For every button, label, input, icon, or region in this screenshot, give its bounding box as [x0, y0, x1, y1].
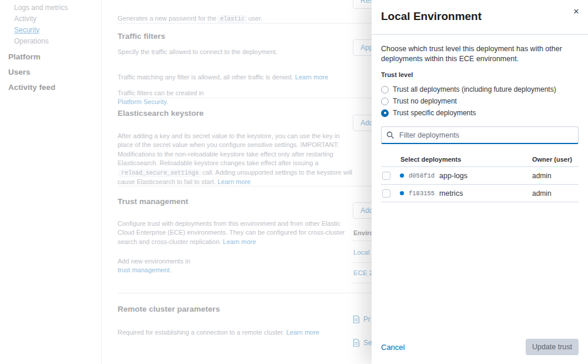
deployment-name: metrics	[439, 189, 463, 198]
radio-label: Trust no deployment	[393, 97, 457, 105]
trust-level-label: Trust level	[381, 71, 579, 78]
radio-label: Trust specific deployments	[393, 109, 476, 117]
deployment-name: app-logs	[439, 172, 467, 180]
checkbox[interactable]	[382, 189, 390, 198]
radio-unselected-icon	[381, 98, 389, 105]
radio-trust-specific-deployments[interactable]: Trust specific deployments	[381, 107, 579, 119]
deployment-id: d058f1d	[409, 172, 435, 179]
deployment-row-metrics: f183155 metrics admin	[381, 185, 579, 202]
flyout-header: Local Environment	[372, 0, 588, 34]
close-icon[interactable]: ✕	[569, 5, 583, 19]
deployment-security-page: Logs and metrics Activity Security Opera…	[0, 0, 588, 364]
checkbox[interactable]	[382, 172, 390, 180]
cancel-button[interactable]: Cancel	[381, 343, 405, 352]
health-dot-icon	[400, 173, 404, 178]
flyout-title: Local Environment	[381, 10, 579, 23]
deployment-row-app-logs: d058f1d app-logs admin	[381, 167, 579, 185]
column-owner: Owner (user)	[532, 156, 579, 163]
flyout-footer: Cancel Update trust	[372, 331, 588, 364]
column-select-deployments: Select deployments	[400, 156, 461, 163]
deployment-owner: admin	[532, 172, 579, 180]
deployments-table-header: Select deployments Owner (user)	[381, 152, 579, 167]
radio-trust-all-deployments[interactable]: Trust all deployments (including future …	[381, 84, 579, 95]
deployments-table: Select deployments Owner (user) d058f1d …	[381, 152, 579, 202]
filter-deployments-field	[381, 126, 579, 144]
flyout-description: Choose which trust level this deployment…	[381, 44, 579, 64]
local-environment-flyout: ✕ Local Environment Choose which trust l…	[372, 0, 588, 364]
deployment-owner: admin	[532, 189, 579, 198]
filter-deployments-input[interactable]	[381, 126, 579, 144]
radio-label: Trust all deployments (including future …	[393, 85, 556, 93]
radio-trust-no-deployment[interactable]: Trust no deployment	[381, 95, 579, 107]
update-trust-button[interactable]: Update trust	[526, 339, 579, 355]
deployment-id: f183155	[409, 190, 435, 197]
radio-unselected-icon	[381, 86, 389, 93]
radio-selected-icon	[381, 109, 389, 117]
search-icon	[386, 131, 395, 139]
flyout-body: Choose which trust level this deployment…	[372, 35, 588, 331]
health-dot-icon	[400, 191, 404, 195]
